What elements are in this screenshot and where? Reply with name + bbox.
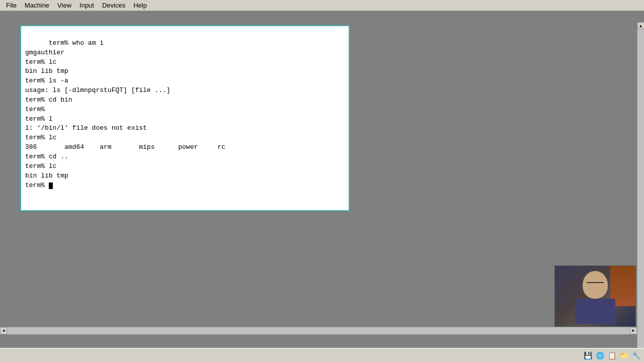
taskbar: 💾 🌐 📋 📁 🔧 [0,348,644,362]
terminal-cursor [49,183,53,189]
scroll-right-button[interactable]: ► [630,327,637,334]
menu-help[interactable]: Help [129,1,151,10]
taskbar-icon-4[interactable]: 📁 [619,350,629,360]
person-body [575,299,615,324]
webcam-overlay [554,265,636,327]
scroll-h-track[interactable] [7,327,630,334]
terminal-content: term% who am i gmgauthier term% lc bin l… [21,26,349,203]
terminal-window[interactable]: term% who am i gmgauthier term% lc bin l… [20,25,350,211]
taskbar-icon-5[interactable]: 🔧 [631,350,641,360]
scroll-track[interactable] [637,29,645,352]
menu-machine[interactable]: Machine [21,1,53,10]
taskbar-icon-3[interactable]: 📋 [607,350,617,360]
taskbar-icon-2[interactable]: 🌐 [595,350,605,360]
person-head [583,271,608,299]
scroll-up-button[interactable]: ▲ [637,22,645,29]
scroll-left-button[interactable]: ◄ [0,327,7,334]
person-glasses [587,282,604,287]
webcam-feed [555,266,635,326]
menu-file[interactable]: File [2,1,21,10]
bottom-scrollbar[interactable]: ◄ ► [0,327,637,334]
menubar: File Machine View Input Devices Help [0,0,644,11]
person-figure [575,271,615,321]
menu-devices[interactable]: Devices [98,1,129,10]
taskbar-icon-1[interactable]: 💾 [583,350,593,360]
menu-view[interactable]: View [53,1,75,10]
main-area: term% who am i gmgauthier term% lc bin l… [0,11,644,348]
menu-input[interactable]: Input [75,1,98,10]
right-scrollbar[interactable]: ▲ ▼ [637,22,644,359]
